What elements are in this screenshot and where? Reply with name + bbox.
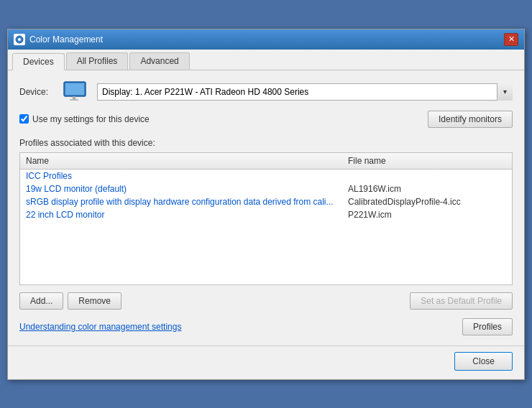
table-header: Name File name [20,153,512,170]
profiles-section-label: Profiles associated with this device: [19,138,513,148]
set-default-button[interactable]: Set as Default Profile [410,292,513,310]
understanding-link[interactable]: Understanding color management settings [19,322,181,332]
profiles-table: Name File name ICC Profiles 19w LCD moni… [19,152,513,285]
row-filename-3: P221W.icm [348,210,506,220]
device-label: Device: [19,87,55,97]
tab-all-profiles[interactable]: All Profiles [66,52,129,70]
col-name-header: Name [26,156,348,166]
table-body: ICC Profiles 19w LCD monitor (default) A… [20,170,512,284]
tab-devices[interactable]: Devices [12,53,65,70]
svg-rect-5 [70,99,78,101]
col-filename-header: File name [348,156,506,166]
device-dropdown[interactable]: Display: 1. Acer P221W - ATI Radeon HD 4… [97,83,513,101]
row-filename-2: CalibratedDisplayProfile-4.icc [348,197,506,207]
use-settings-label[interactable]: Use my settings for this device [19,114,150,124]
tab-content: Device: Display: 1. Acer P221W - ATI Rad… [8,70,524,346]
svg-point-1 [18,38,21,41]
close-button[interactable]: Close [454,352,513,371]
monitor-icon [63,80,90,103]
identify-monitors-button[interactable]: Identify monitors [428,111,513,128]
footer-row: Understanding color management settings … [19,318,513,335]
bottom-buttons: Add... Remove Set as Default Profile [19,292,513,310]
close-button-row: Close [8,346,524,379]
bottom-left-buttons: Add... Remove [19,292,121,310]
svg-rect-3 [65,83,84,95]
main-window: Color Management ✕ Devices All Profiles … [7,29,525,380]
checkbox-row: Use my settings for this device Identify… [19,111,513,128]
window-title: Color Management [29,34,103,45]
table-row[interactable]: 19w LCD monitor (default) AL1916W.icm [20,182,512,195]
row-filename-1: AL1916W.icm [348,184,506,194]
icc-profiles-category: ICC Profiles [20,170,512,182]
remove-button[interactable]: Remove [68,292,121,310]
close-icon[interactable]: ✕ [504,33,518,46]
tab-advanced[interactable]: Advanced [129,52,189,70]
table-row[interactable]: sRGB display profile with display hardwa… [20,195,512,208]
tab-bar: Devices All Profiles Advanced [8,50,524,70]
profiles-button[interactable]: Profiles [462,318,513,335]
device-dropdown-container: Display: 1. Acer P221W - ATI Radeon HD 4… [97,83,513,101]
window-icon [14,34,25,45]
table-row[interactable]: 22 inch LCD monitor P221W.icm [20,208,512,221]
svg-rect-4 [73,96,75,99]
device-row: Device: Display: 1. Acer P221W - ATI Rad… [19,80,513,103]
row-name-3: 22 inch LCD monitor [26,210,348,220]
title-bar: Color Management ✕ [8,29,524,50]
add-button[interactable]: Add... [19,292,63,310]
row-name-2: sRGB display profile with display hardwa… [26,197,348,207]
use-settings-checkbox[interactable] [19,114,29,124]
row-name-1: 19w LCD monitor (default) [26,184,348,194]
